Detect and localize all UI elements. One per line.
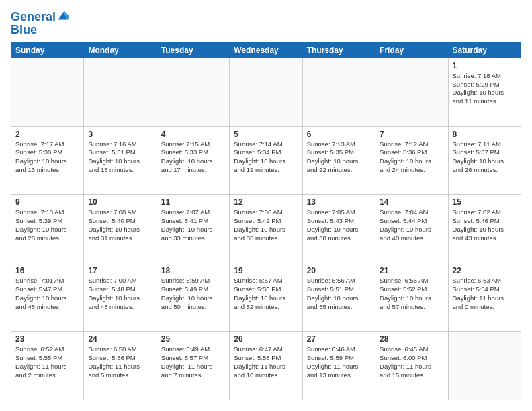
calendar-cell: 18Sunrise: 6:59 AM Sunset: 5:49 PM Dayli…: [157, 263, 229, 332]
day-number: 18: [161, 266, 225, 275]
day-info: Sunrise: 7:16 AM Sunset: 5:31 PM Dayligh…: [88, 140, 152, 175]
day-info: Sunrise: 6:50 AM Sunset: 5:56 PM Dayligh…: [88, 345, 152, 379]
calendar-cell: 10Sunrise: 7:08 AM Sunset: 5:40 PM Dayli…: [84, 195, 157, 263]
week-row-2: 9Sunrise: 7:10 AM Sunset: 5:39 PM Daylig…: [11, 195, 521, 263]
day-info: Sunrise: 7:04 AM Sunset: 5:44 PM Dayligh…: [380, 208, 443, 242]
day-number: 26: [234, 334, 298, 344]
day-number: 24: [88, 334, 152, 344]
calendar-cell: 24Sunrise: 6:50 AM Sunset: 5:56 PM Dayli…: [84, 332, 157, 400]
calendar-cell: 27Sunrise: 6:46 AM Sunset: 5:59 PM Dayli…: [302, 332, 375, 400]
day-info: Sunrise: 6:45 AM Sunset: 6:00 PM Dayligh…: [380, 345, 443, 379]
calendar-cell: 4Sunrise: 7:15 AM Sunset: 5:33 PM Daylig…: [157, 126, 229, 195]
day-number: 15: [453, 197, 517, 207]
day-info: Sunrise: 7:11 AM Sunset: 5:37 PM Dayligh…: [453, 140, 517, 175]
calendar-cell: [375, 58, 448, 126]
calendar-cell: 7Sunrise: 7:12 AM Sunset: 5:36 PM Daylig…: [375, 126, 448, 195]
day-number: 1: [453, 61, 517, 71]
day-info: Sunrise: 6:52 AM Sunset: 5:55 PM Dayligh…: [15, 345, 79, 379]
calendar-cell: 28Sunrise: 6:45 AM Sunset: 6:00 PM Dayli…: [375, 332, 448, 400]
day-number: 20: [307, 266, 371, 275]
weekday-header-monday: Monday: [84, 42, 157, 58]
day-info: Sunrise: 7:17 AM Sunset: 5:30 PM Dayligh…: [15, 140, 79, 175]
calendar-table: SundayMondayTuesdayWednesdayThursdayFrid…: [11, 42, 521, 400]
calendar-cell: 14Sunrise: 7:04 AM Sunset: 5:44 PM Dayli…: [375, 195, 448, 263]
calendar-cell: 23Sunrise: 6:52 AM Sunset: 5:55 PM Dayli…: [11, 332, 84, 400]
day-number: 13: [307, 197, 371, 207]
calendar-cell: 1Sunrise: 7:18 AM Sunset: 5:29 PM Daylig…: [448, 58, 521, 126]
day-info: Sunrise: 6:56 AM Sunset: 5:51 PM Dayligh…: [307, 277, 371, 311]
weekday-header-saturday: Saturday: [448, 42, 521, 58]
weekday-header-wednesday: Wednesday: [230, 42, 302, 58]
weekday-header-friday: Friday: [375, 42, 448, 58]
calendar-cell: 2Sunrise: 7:17 AM Sunset: 5:30 PM Daylig…: [11, 126, 84, 195]
calendar-cell: 16Sunrise: 7:01 AM Sunset: 5:47 PM Dayli…: [11, 263, 84, 332]
day-info: Sunrise: 7:05 AM Sunset: 5:43 PM Dayligh…: [307, 208, 371, 242]
logo-blue: Blue: [11, 23, 37, 36]
calendar-cell: 3Sunrise: 7:16 AM Sunset: 5:31 PM Daylig…: [84, 126, 157, 195]
calendar-cell: [11, 58, 84, 126]
day-info: Sunrise: 7:07 AM Sunset: 5:41 PM Dayligh…: [161, 208, 225, 242]
day-info: Sunrise: 7:15 AM Sunset: 5:33 PM Dayligh…: [161, 140, 225, 175]
day-info: Sunrise: 6:57 AM Sunset: 5:50 PM Dayligh…: [234, 277, 298, 311]
day-info: Sunrise: 7:10 AM Sunset: 5:39 PM Dayligh…: [15, 208, 79, 242]
day-number: 22: [453, 266, 517, 275]
day-number: 14: [380, 197, 443, 207]
weekday-header-tuesday: Tuesday: [157, 42, 229, 58]
day-info: Sunrise: 7:12 AM Sunset: 5:36 PM Dayligh…: [380, 140, 443, 175]
calendar-cell: 25Sunrise: 6:49 AM Sunset: 5:57 PM Dayli…: [157, 332, 229, 400]
calendar-cell: 15Sunrise: 7:02 AM Sunset: 5:46 PM Dayli…: [448, 195, 521, 263]
day-number: 19: [234, 266, 298, 275]
calendar-cell: 26Sunrise: 6:47 AM Sunset: 5:58 PM Dayli…: [230, 332, 302, 400]
calendar-cell: 19Sunrise: 6:57 AM Sunset: 5:50 PM Dayli…: [230, 263, 302, 332]
calendar-cell: [84, 58, 157, 126]
logo: General Blue: [11, 11, 69, 37]
week-row-0: 1Sunrise: 7:18 AM Sunset: 5:29 PM Daylig…: [11, 58, 521, 126]
calendar-cell: [230, 58, 302, 126]
day-info: Sunrise: 6:59 AM Sunset: 5:49 PM Dayligh…: [161, 277, 225, 311]
calendar-cell: 9Sunrise: 7:10 AM Sunset: 5:39 PM Daylig…: [11, 195, 84, 263]
day-number: 12: [234, 197, 298, 207]
calendar-cell: 21Sunrise: 6:55 AM Sunset: 5:52 PM Dayli…: [375, 263, 448, 332]
day-info: Sunrise: 7:13 AM Sunset: 5:35 PM Dayligh…: [307, 140, 371, 175]
day-number: 3: [88, 130, 152, 139]
day-info: Sunrise: 6:55 AM Sunset: 5:52 PM Dayligh…: [380, 277, 443, 311]
day-number: 16: [15, 266, 79, 275]
day-info: Sunrise: 6:53 AM Sunset: 5:54 PM Dayligh…: [453, 277, 517, 311]
day-number: 10: [88, 197, 152, 207]
day-number: 6: [307, 130, 371, 139]
day-number: 9: [15, 197, 79, 207]
weekday-header-thursday: Thursday: [302, 42, 375, 58]
day-info: Sunrise: 6:46 AM Sunset: 5:59 PM Dayligh…: [307, 345, 371, 379]
calendar-cell: 5Sunrise: 7:14 AM Sunset: 5:34 PM Daylig…: [230, 126, 302, 195]
day-number: 23: [15, 334, 79, 344]
logo-general: General: [11, 10, 56, 24]
page: General Blue SundayMondayTuesdayWednesda…: [0, 0, 532, 411]
weekday-header-row: SundayMondayTuesdayWednesdayThursdayFrid…: [11, 42, 521, 58]
week-row-3: 16Sunrise: 7:01 AM Sunset: 5:47 PM Dayli…: [11, 263, 521, 332]
day-number: 27: [307, 334, 371, 344]
day-info: Sunrise: 7:01 AM Sunset: 5:47 PM Dayligh…: [15, 277, 79, 311]
logo-icon: [57, 10, 69, 22]
day-info: Sunrise: 7:02 AM Sunset: 5:46 PM Dayligh…: [453, 208, 517, 242]
day-info: Sunrise: 7:08 AM Sunset: 5:40 PM Dayligh…: [88, 208, 152, 242]
day-info: Sunrise: 7:14 AM Sunset: 5:34 PM Dayligh…: [234, 140, 298, 175]
day-number: 5: [234, 130, 298, 139]
calendar-cell: 13Sunrise: 7:05 AM Sunset: 5:43 PM Dayli…: [302, 195, 375, 263]
calendar-cell: [302, 58, 375, 126]
day-info: Sunrise: 7:00 AM Sunset: 5:48 PM Dayligh…: [88, 277, 152, 311]
calendar-cell: [448, 332, 521, 400]
day-number: 28: [380, 334, 443, 344]
week-row-1: 2Sunrise: 7:17 AM Sunset: 5:30 PM Daylig…: [11, 126, 521, 195]
calendar-cell: 12Sunrise: 7:06 AM Sunset: 5:42 PM Dayli…: [230, 195, 302, 263]
day-info: Sunrise: 7:06 AM Sunset: 5:42 PM Dayligh…: [234, 208, 298, 242]
day-number: 11: [161, 197, 225, 207]
day-number: 7: [380, 130, 443, 139]
day-number: 17: [88, 266, 152, 275]
day-number: 8: [453, 130, 517, 139]
day-number: 4: [161, 130, 225, 139]
week-row-4: 23Sunrise: 6:52 AM Sunset: 5:55 PM Dayli…: [11, 332, 521, 400]
day-info: Sunrise: 7:18 AM Sunset: 5:29 PM Dayligh…: [453, 72, 517, 106]
day-number: 2: [15, 130, 79, 139]
calendar-cell: 20Sunrise: 6:56 AM Sunset: 5:51 PM Dayli…: [302, 263, 375, 332]
calendar-cell: 8Sunrise: 7:11 AM Sunset: 5:37 PM Daylig…: [448, 126, 521, 195]
